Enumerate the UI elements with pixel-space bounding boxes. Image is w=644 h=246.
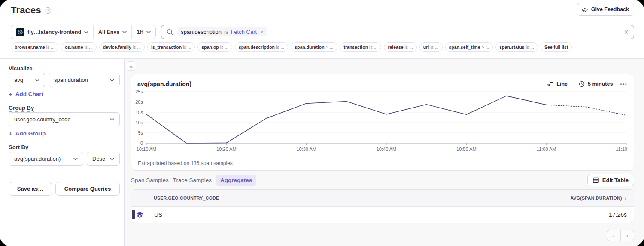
date-range-value: 1H: [137, 29, 143, 35]
add-group-button[interactable]: +Add Group: [9, 130, 120, 137]
plus-icon: +: [9, 90, 12, 98]
filter-chip[interactable]: browser.nameis ...: [11, 42, 58, 52]
svg-text:20s: 20s: [135, 99, 143, 105]
token-key: span.description: [181, 29, 222, 35]
chevron-down-icon: [35, 79, 39, 81]
line-chart[interactable]: 25s20s15s10s5s010:10 AM10:20 AM10:30 AM1…: [131, 88, 634, 153]
table-icon: [593, 177, 599, 183]
date-range-selector[interactable]: 1H: [131, 25, 155, 39]
next-page-button[interactable]: ›: [620, 230, 634, 241]
chart-title: avg(span.duration): [137, 81, 191, 87]
filter-chip[interactable]: transactionis ...: [340, 42, 382, 52]
token-value: Fetch Cart: [231, 29, 257, 35]
main-content: « avg(span.duration) Line 5 minutes •••: [125, 59, 644, 246]
megaphone-icon: [582, 6, 588, 12]
group-by-select[interactable]: user.geo.country_code: [9, 112, 120, 126]
react-project-icon: [16, 28, 24, 36]
pagination: ‹ ›: [131, 230, 634, 241]
filter-chip[interactable]: span.duration> ...: [291, 42, 337, 52]
sort-direction-select[interactable]: Desc: [87, 152, 120, 166]
avg-duration-cell: 17.26s: [609, 211, 634, 218]
svg-text:11:00 AM: 11:00 AM: [537, 147, 556, 152]
chart-footnote: Extrapolated based on 136 span samples: [131, 157, 634, 170]
environment-value: All Envs: [98, 29, 119, 35]
filter-chip[interactable]: urlis ...: [419, 42, 443, 52]
chart-panel: avg(span.duration) Line 5 minutes ••• 2: [131, 74, 634, 171]
filter-chip[interactable]: os.nameis ...: [61, 42, 97, 52]
project-selector[interactable]: fly…latency-frontend: [11, 25, 93, 39]
help-icon[interactable]: ?: [45, 7, 51, 14]
clock-icon: [579, 81, 585, 87]
sidebar-divider: [9, 174, 120, 174]
traces-page: Traces ? Give Feedback fly…latency-front…: [0, 0, 644, 246]
filter-chip[interactable]: span.statusis ...: [495, 42, 538, 52]
series-color-bar: [132, 210, 135, 219]
filter-suggestions: browser.nameis ...os.nameis ...device.fa…: [11, 42, 634, 52]
search-input[interactable]: span.description is Fetch Cart × ×: [161, 25, 634, 39]
layers-icon: [136, 211, 143, 218]
project-name: fly…latency-frontend: [27, 29, 81, 35]
page-filter-bar: fly…latency-frontend All Envs 1H span.de: [11, 25, 634, 39]
remove-token-icon[interactable]: ×: [260, 29, 264, 35]
interval-control[interactable]: 5 minutes: [579, 81, 613, 87]
collapse-sidebar-button[interactable]: «: [126, 61, 136, 71]
chevron-down-icon: [73, 158, 78, 160]
clear-search-icon[interactable]: ×: [624, 28, 629, 36]
sort-by-label: Sort By: [9, 144, 28, 151]
chevron-down-icon: [146, 31, 151, 33]
column-header-country-code[interactable]: USER.GEO.COUNTRY_CODE: [131, 195, 219, 201]
chevron-down-icon: [110, 158, 114, 160]
svg-text:25s: 25s: [135, 89, 143, 94]
chart-type-control[interactable]: Line: [547, 81, 568, 87]
column-header-avg-duration[interactable]: AVG(SPAN.DURATION) ↓: [570, 195, 634, 201]
field-select[interactable]: span.duration: [49, 73, 120, 87]
svg-text:11:10: 11:10: [616, 147, 627, 152]
give-feedback-label: Give Feedback: [591, 6, 629, 12]
samples-tabs: Span SamplesTrace SamplesAggregates Edit…: [131, 174, 634, 186]
svg-text:10:40 AM: 10:40 AM: [377, 147, 396, 152]
visualize-label: Visualize: [9, 65, 32, 72]
filter-chip[interactable]: span.opis ...: [197, 42, 232, 52]
filter-chip[interactable]: releaseis ...: [384, 42, 416, 52]
save-as-button[interactable]: Save as…: [9, 182, 52, 196]
chevron-down-icon: [110, 79, 114, 81]
query-sidebar: Visualize avg span.duration +Add Chart G…: [0, 59, 125, 246]
add-chart-button[interactable]: +Add Chart: [9, 90, 120, 98]
filter-chip[interactable]: span.descriptionis ...: [235, 42, 288, 52]
table-header-row: USER.GEO.COUNTRY_CODE AVG(SPAN.DURATION)…: [131, 190, 634, 207]
search-icon: [167, 29, 173, 35]
svg-text:10:20 AM: 10:20 AM: [216, 147, 236, 152]
chart-menu-icon[interactable]: •••: [620, 81, 627, 87]
edit-table-button[interactable]: Edit Table: [587, 174, 634, 186]
aggregate-select[interactable]: avg: [9, 73, 45, 87]
page-header: Traces ? Give Feedback fly…latency-front…: [0, 0, 644, 58]
previous-page-button[interactable]: ‹: [607, 230, 620, 241]
svg-text:0: 0: [140, 141, 143, 146]
give-feedback-button[interactable]: Give Feedback: [577, 3, 634, 16]
svg-text:10s: 10s: [135, 120, 143, 125]
tab[interactable]: Span Samples: [131, 175, 169, 186]
filter-chip[interactable]: span.self_time> ...: [445, 42, 493, 52]
filter-chip[interactable]: is_transactionis ...: [147, 42, 195, 52]
plus-icon: +: [9, 130, 12, 137]
tab[interactable]: Trace Samples: [173, 175, 212, 186]
chevron-down-icon: [110, 118, 114, 121]
svg-text:10:30 AM: 10:30 AM: [296, 147, 316, 152]
filter-chip[interactable]: device.familyis ...: [99, 42, 145, 52]
tab[interactable]: Aggregates: [216, 175, 256, 186]
compare-queries-button[interactable]: Compare Queries: [55, 182, 120, 196]
search-token[interactable]: span.description is Fetch Cart ×: [177, 27, 267, 36]
svg-text:10:50 AM: 10:50 AM: [456, 147, 476, 152]
svg-text:15s: 15s: [135, 110, 143, 115]
sort-descending-icon: ↓: [624, 195, 627, 201]
aggregates-table: USER.GEO.COUNTRY_CODE AVG(SPAN.DURATION)…: [131, 189, 634, 223]
environment-selector[interactable]: All Envs: [93, 25, 131, 39]
svg-text:10:10 AM: 10:10 AM: [137, 147, 156, 152]
filter-chip[interactable]: See full list: [541, 42, 572, 52]
page-title: Traces: [11, 4, 41, 16]
sort-field-select[interactable]: avg(span.duration): [9, 152, 83, 166]
country-code-cell: US: [154, 211, 162, 218]
group-by-label: Group By: [9, 105, 34, 112]
chevron-down-icon: [122, 31, 127, 33]
table-row[interactable]: US 17.26s: [131, 207, 634, 223]
